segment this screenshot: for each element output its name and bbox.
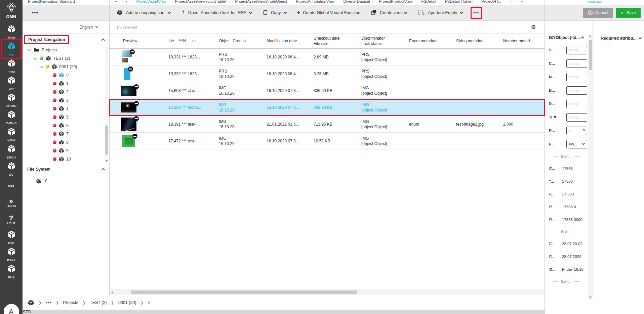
tree-scrollbar[interactable]	[105, 46, 108, 162]
sidebar-item-fvr[interactable]: FVR	[3, 229, 20, 246]
column-header-string-metadata[interactable]: String metadata	[453, 38, 500, 44]
horizontal-scrollbar[interactable]	[110, 289, 545, 295]
column-header-preview[interactable]: Preview	[110, 38, 165, 44]
save-button[interactable]: ✔ Save	[616, 8, 641, 18]
tab-projectproductview[interactable]: ProjectProductView	[379, 0, 412, 4]
tab-fsdetail[interactable]: FSDetail	[421, 0, 436, 4]
cube-icon[interactable]	[28, 299, 34, 306]
inspector-text-input[interactable]	[566, 46, 587, 54]
column-header-objec-creatio-[interactable]: Objec...Creatio...	[215, 38, 263, 44]
table-row[interactable]: 19,331 *** 1623...PRS16.10.2016.10.2020 …	[110, 49, 545, 65]
user-avatar[interactable]: A	[4, 304, 19, 314]
sidebar-item-fsaa[interactable]: FSAA	[3, 246, 20, 263]
table-row[interactable]: 17,363 *** moon...IMG16.10.2016.10.2020 …	[110, 99, 545, 116]
scroll-down-icon[interactable]	[105, 160, 108, 162]
horizontal-scrollbar-thumb[interactable]	[131, 290, 357, 294]
column-header-checkout-date[interactable]: Checkout dateFile size	[310, 36, 358, 46]
tree-item-0[interactable]: 0	[23, 71, 109, 79]
collapse-panel-icon[interactable]	[580, 36, 584, 40]
toolbar-copy-button[interactable]: Copy	[261, 7, 287, 18]
tab-diverterdataset[interactable]: DiverterDataset	[343, 0, 370, 4]
toolbar-create-version-button[interactable]: Create version	[370, 7, 408, 18]
tree-item-test-2-[interactable]: TEST (2)	[23, 54, 109, 62]
collapse-panel-icon[interactable]	[101, 38, 105, 42]
sidebar-item-admin[interactable]: ADMIN	[3, 92, 20, 109]
inspector-scrollbar[interactable]	[588, 34, 592, 300]
tree-item-1[interactable]: 1	[23, 79, 109, 88]
toolbar-more-button[interactable]: •••	[473, 9, 480, 17]
scroll-up-icon[interactable]	[589, 35, 592, 37]
sidebar-item-omn-s[interactable]: OMN-S	[3, 109, 20, 126]
nav-more-button[interactable]: •••	[30, 10, 40, 16]
pencil-icon[interactable]: ✎	[582, 128, 586, 133]
toolbar-open-annotationtool-for-e2e-button[interactable]: Open_AnnotationTool_for_E2E	[180, 7, 252, 18]
tabs-scroll-back-icon[interactable]: ‹	[126, 0, 127, 4]
tabs-scroll-end-icon[interactable]: »	[520, 0, 523, 4]
sidebar-item-wfm[interactable]: WFM	[3, 126, 20, 143]
cancel-button[interactable]: Cancel	[583, 8, 613, 18]
inspector-text-input[interactable]	[566, 113, 587, 122]
tab-moon-jpg[interactable]: moon.jpg	[587, 0, 602, 4]
table-row[interactable]: 15,608 *** cf-im...IMG16.10.2016.10.2020…	[110, 82, 545, 99]
inspector-text-input[interactable]	[566, 59, 587, 68]
tab-projectht-[interactable]: ProjectHT...	[481, 0, 501, 4]
sidebar-item-sc[interactable]: SC	[3, 160, 20, 177]
sidebar-item-wp[interactable]: WP	[3, 75, 20, 92]
scroll-down-icon[interactable]	[589, 297, 592, 299]
column-header-discriminator[interactable]: DiscriminatorLock status	[358, 36, 406, 46]
gear-icon[interactable]: ⚙	[531, 25, 536, 30]
tab-projectannotationview[interactable]: ProjectAnnotationView	[296, 0, 335, 4]
sidebar-item-pns[interactable]: PNS	[3, 263, 20, 280]
sidebar-item-help[interactable]: ?HELP	[3, 212, 20, 229]
sidebar-item-pm[interactable]: PM	[3, 40, 20, 57]
tab-project-navigation-standard[interactable]: ProjectNavigation Standard	[28, 0, 75, 4]
sidebar-item-unfold[interactable]: »Unfold	[3, 194, 20, 212]
required-attributes-header[interactable]: Required attribu...	[593, 36, 644, 41]
toolbar-add-to-shopping-cart-button[interactable]: Add to shopping cart	[116, 7, 171, 18]
table-row[interactable]: 17,472 *** test-i...IMG16.10.2016.10.202…	[110, 133, 545, 149]
breadcrumb-item-projects[interactable]: Projects	[63, 300, 78, 305]
collapse-panel-icon[interactable]	[101, 168, 105, 172]
tree-item-8[interactable]: 8	[23, 138, 109, 146]
inspector-select[interactable]: No...	[566, 140, 587, 148]
sidebar-logo-omn[interactable]: OMN	[6, 2, 16, 19]
sidebar-item-pim2[interactable]: PIM2	[3, 57, 20, 75]
scroll-left-icon[interactable]	[111, 291, 113, 294]
inspector-text-input[interactable]	[566, 73, 587, 81]
tree-item-10[interactable]: 10	[23, 155, 109, 163]
tree-item-6[interactable]: 6	[23, 121, 109, 130]
tree-item-9[interactable]: 9	[23, 146, 109, 155]
chevron-expanded-icon[interactable]	[33, 56, 37, 59]
tabs-scroll-fwd-icon[interactable]: ›	[510, 0, 511, 4]
breadcrumb-item-more[interactable]: •••	[46, 300, 51, 305]
file-system-item-0[interactable]: 0	[23, 177, 109, 185]
tree-item-0001-20-[interactable]: 0001 (20)	[23, 62, 109, 71]
sidebar-item-more[interactable]: •••	[3, 177, 20, 194]
toolbar-create-global-variant-function-button[interactable]: +Create Global Variant Function	[296, 9, 361, 17]
tab-projectassetview[interactable]: ProjectAssetView	[136, 0, 166, 4]
table-row[interactable]: 18,391 *** test-i...IMG16.10.2021.01.202…	[110, 116, 545, 133]
inspector-text-input[interactable]	[566, 86, 587, 95]
column-header-modification-date[interactable]: Modification date	[263, 38, 310, 44]
sidebar-item-srch[interactable]: SRCH	[3, 143, 20, 160]
column-header-enum-metadata[interactable]: Enum metadata	[406, 38, 453, 44]
table-row[interactable]: 19,332 *** 1623...PRS16.10.2016.10.2020 …	[110, 65, 545, 82]
tree-item-projects[interactable]: Projects	[23, 46, 109, 54]
inspector-text-input[interactable]	[566, 100, 587, 108]
tree-item-3[interactable]: 3	[23, 96, 109, 104]
column-header-ide-n-[interactable]: Ide... ***N...1	[165, 38, 215, 44]
breadcrumb-item-0[interactable]: 0	[148, 300, 150, 305]
inspector-scrollbar-thumb[interactable]	[589, 40, 592, 70]
sidebar-item-mam[interactable]: MAM	[3, 23, 20, 40]
chevron-expanded-icon[interactable]	[27, 47, 31, 51]
tab-fsdetail-table-[interactable]: FSDetail (Table)	[445, 0, 473, 4]
tree-item-2[interactable]: 2	[23, 88, 109, 96]
tree-scrollbar-thumb[interactable]	[105, 126, 108, 154]
breadcrumb-item-test-2-[interactable]: TEST (2)	[90, 300, 107, 305]
tree-item-4[interactable]: 4	[23, 104, 109, 113]
toolbar-aperture-empty-button[interactable]: Aperture Empty	[417, 7, 464, 18]
breadcrumb-item-0001-20-[interactable]: 0001 (20)	[118, 300, 136, 305]
tree-item-7[interactable]: 7	[23, 130, 109, 138]
chevron-expanded-icon[interactable]	[39, 64, 43, 68]
language-select[interactable]: English	[80, 25, 98, 30]
